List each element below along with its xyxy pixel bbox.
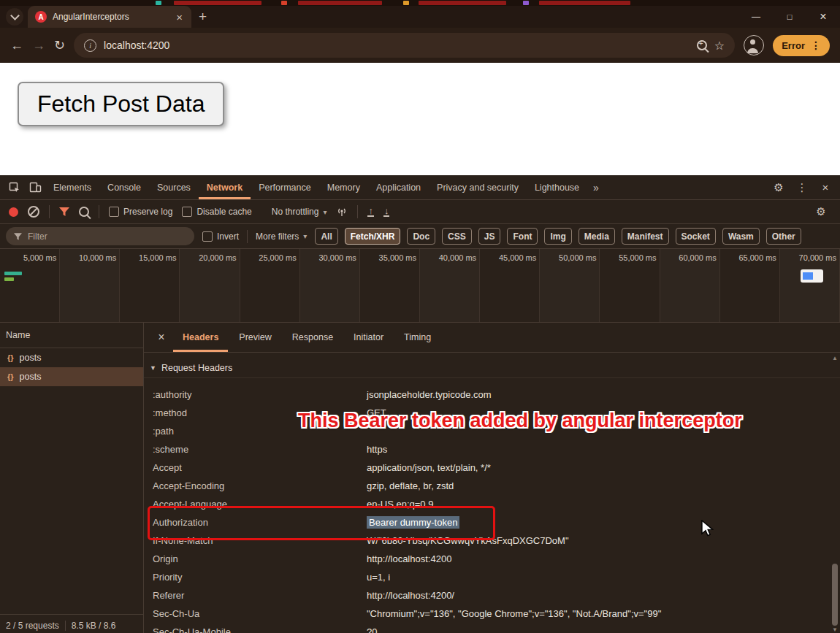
- site-info-icon[interactable]: i: [84, 39, 96, 52]
- network-overview-timeline[interactable]: 5,000 ms 10,000 ms 15,000 ms 20,000 ms 2…: [0, 249, 840, 323]
- fetch-post-data-button[interactable]: Fetch Post Data: [18, 82, 224, 126]
- tab-timing[interactable]: Timing: [394, 323, 440, 352]
- search-icon[interactable]: [79, 207, 89, 217]
- details-scrollbar[interactable]: ▲ ▼: [831, 352, 840, 633]
- filter-chip-wasm[interactable]: Wasm: [722, 228, 760, 245]
- tab-preview[interactable]: Preview: [229, 323, 280, 352]
- tab-console[interactable]: Console: [99, 175, 149, 199]
- devtools-close-icon[interactable]: ×: [815, 175, 836, 199]
- back-button[interactable]: ←: [10, 38, 23, 53]
- tab-response[interactable]: Response: [283, 323, 343, 352]
- tab-headers[interactable]: Headers: [173, 323, 228, 352]
- forward-button[interactable]: →: [32, 38, 45, 53]
- clear-network-log-icon[interactable]: [28, 206, 39, 218]
- tab-search-button[interactable]: [6, 8, 23, 26]
- header-value: "Chromium";v="136", "Google Chrome";v="1…: [367, 608, 840, 619]
- filter-input[interactable]: Filter: [6, 227, 194, 245]
- tab-title: AngularInterceptors: [53, 12, 175, 22]
- tab-memory[interactable]: Memory: [319, 175, 368, 199]
- more-filters-dropdown[interactable]: More filters ▾: [256, 231, 307, 242]
- reload-button[interactable]: ↻: [54, 37, 65, 53]
- close-details-icon[interactable]: ×: [151, 323, 172, 352]
- scrollbar-thumb[interactable]: [832, 564, 838, 626]
- header-name: Authorization: [153, 517, 367, 528]
- filter-chip-js[interactable]: JS: [478, 228, 501, 245]
- browser-menu-error-badge[interactable]: Error ⋮: [773, 35, 830, 56]
- zoom-icon[interactable]: +: [697, 40, 707, 50]
- invert-checkbox[interactable]: Invert: [202, 231, 239, 242]
- tab-sources[interactable]: Sources: [149, 175, 199, 199]
- chevron-down-icon: ▾: [303, 232, 307, 240]
- tab-application[interactable]: Application: [368, 175, 429, 199]
- header-row: :authority jsonplaceholder.typicode.com: [144, 385, 840, 404]
- filter-chip-fetch-xhr[interactable]: Fetch/XHR: [345, 228, 401, 245]
- minimize-button[interactable]: —: [739, 6, 773, 28]
- preserve-log-label: Preserve log: [123, 207, 172, 217]
- header-row: Origin http://localhost:4200: [144, 550, 840, 568]
- export-har-icon[interactable]: ↓: [383, 207, 390, 217]
- bearer-token-value: Bearer dummy-token: [367, 516, 459, 529]
- collapse-triangle-icon: ▼: [150, 364, 156, 372]
- disable-cache-checkbox[interactable]: Disable cache: [182, 207, 251, 217]
- filter-chip-socket[interactable]: Socket: [676, 228, 716, 245]
- preserve-log-checkbox[interactable]: Preserve log: [109, 207, 172, 217]
- timeline-tick-label: 65,000 ms: [738, 253, 776, 262]
- request-headers-section-header[interactable]: ▼ Request Headers: [144, 358, 840, 378]
- maximize-button[interactable]: □: [773, 6, 806, 28]
- navigation-bar: ← → ↻ i localhost:4200 + ☆ Error ⋮: [0, 28, 840, 63]
- browser-menu-icon[interactable]: ⋮: [811, 39, 821, 51]
- more-panels-icon[interactable]: »: [587, 182, 605, 193]
- filter-chip-css[interactable]: CSS: [442, 228, 472, 245]
- network-settings-gear-icon[interactable]: ⚙: [811, 200, 831, 224]
- tab-close-icon[interactable]: ×: [175, 11, 184, 23]
- browser-tab[interactable]: A AngularInterceptors ×: [28, 6, 191, 28]
- device-toolbar-icon[interactable]: [25, 175, 45, 199]
- header-value: W/"6b80-Ybsq/KCGwwqvYkAsFxqDXGC7DoM": [367, 535, 840, 546]
- header-row: If-None-Match W/"6b80-Ybsq/KCGwwqvYkAsFx…: [144, 532, 840, 550]
- new-tab-button[interactable]: +: [199, 9, 207, 25]
- profile-avatar-icon[interactable]: [744, 35, 764, 55]
- request-row[interactable]: {} posts: [0, 348, 143, 367]
- scroll-up-icon[interactable]: ▲: [832, 355, 838, 361]
- tab-elements[interactable]: Elements: [45, 175, 99, 199]
- filter-chip-doc[interactable]: Doc: [407, 228, 435, 245]
- filter-chip-media[interactable]: Media: [579, 228, 615, 245]
- url-text[interactable]: localhost:4200: [104, 39, 169, 51]
- tab-lighthouse[interactable]: Lighthouse: [527, 175, 587, 199]
- timeline-tick-label: 55,000 ms: [619, 253, 656, 262]
- request-list-panel: Name {} posts {} posts 2 / 5 requests 8.…: [0, 323, 144, 633]
- filter-funnel-icon[interactable]: [59, 207, 69, 216]
- tab-initiator[interactable]: Initiator: [344, 323, 393, 352]
- import-har-icon[interactable]: ↑: [367, 207, 374, 217]
- tab-network[interactable]: Network: [199, 175, 251, 199]
- annotation-text: This Bearer token added by angular inter…: [298, 410, 742, 432]
- name-column-header[interactable]: Name: [0, 323, 143, 348]
- filter-placeholder: Filter: [28, 231, 47, 242]
- tab-privacy-security[interactable]: Privacy and security: [429, 175, 527, 199]
- record-network-log-button[interactable]: [9, 207, 18, 217]
- timeline-tick-label: 70,000 ms: [799, 253, 836, 262]
- bookmark-star-icon[interactable]: ☆: [714, 39, 725, 53]
- checkbox-icon: [202, 231, 213, 242]
- request-row-selected[interactable]: {} posts: [0, 367, 143, 386]
- filter-chip-other[interactable]: Other: [766, 228, 801, 245]
- background-fragment: [523, 1, 529, 5]
- devtools-menu-icon[interactable]: ⋮: [792, 175, 812, 199]
- filter-chip-font[interactable]: Font: [507, 228, 538, 245]
- filter-chip-img[interactable]: Img: [544, 228, 571, 245]
- filter-chip-manifest[interactable]: Manifest: [622, 228, 669, 245]
- inspect-element-icon[interactable]: [4, 175, 25, 199]
- network-conditions-icon[interactable]: [336, 207, 348, 217]
- scroll-down-icon[interactable]: ▼: [832, 626, 838, 633]
- timeline-tick-label: 10,000 ms: [79, 253, 116, 262]
- angular-favicon-icon: A: [35, 11, 47, 23]
- tab-performance[interactable]: Performance: [251, 175, 319, 199]
- header-name: Origin: [153, 553, 367, 564]
- settings-gear-icon[interactable]: ⚙: [768, 175, 789, 199]
- address-bar[interactable]: i localhost:4200 + ☆: [74, 33, 735, 58]
- window-close-button[interactable]: ×: [806, 6, 840, 28]
- network-filter-row: Filter Invert More filters ▾ All Fetch/X…: [0, 224, 840, 249]
- filter-chip-all[interactable]: All: [315, 228, 337, 245]
- timeline-selection-handle[interactable]: [801, 269, 823, 283]
- throttling-dropdown[interactable]: No throttling ▾: [272, 207, 327, 217]
